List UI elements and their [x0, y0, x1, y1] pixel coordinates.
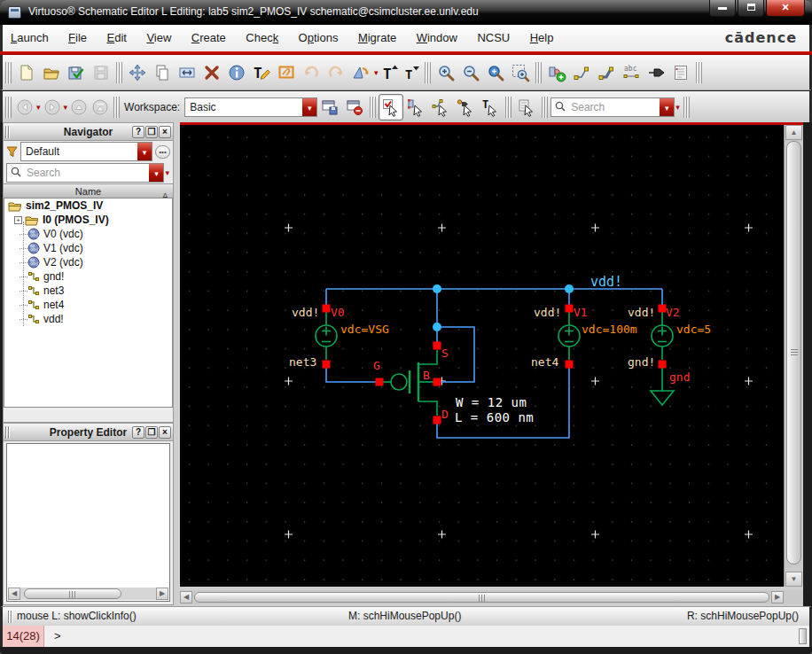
property-label-v1[interactable]: vdc=100m [582, 323, 637, 336]
select-mode-button[interactable] [379, 94, 403, 121]
pin-label-bulk[interactable]: B [423, 369, 430, 382]
top-hierarchy-button[interactable] [90, 94, 111, 121]
toolbar-grip[interactable] [505, 97, 511, 118]
toolbar-grip[interactable] [683, 97, 690, 118]
scrollbar-thumb[interactable] [786, 141, 801, 564]
rotate-button[interactable] [348, 59, 373, 86]
forward-history-dropdown[interactable]: ▾ [64, 103, 68, 112]
tree-item-net4[interactable]: net4 [4, 298, 172, 312]
tree-item-v0[interactable]: obj V0 (vdc) [4, 227, 172, 241]
close-button[interactable]: ✕ [766, 0, 805, 17]
menu-create[interactable]: Create [183, 25, 234, 51]
net-label-vdd-v2[interactable]: vdd! [628, 306, 655, 319]
close-panel-icon[interactable]: × [159, 426, 171, 439]
rotate-dropdown[interactable]: ▾ [374, 68, 379, 77]
toolbar-grip[interactable] [535, 62, 542, 83]
zoom-fit-button[interactable] [483, 59, 508, 86]
navigator-search-dropdown[interactable]: ▾ [149, 164, 163, 182]
navigator-search-combo[interactable]: ▾ [6, 163, 164, 183]
select-instance-button[interactable] [403, 94, 428, 121]
toolbar-grip[interactable] [370, 97, 376, 118]
tree-item-v1[interactable]: obj V1 (vdc) [4, 241, 172, 255]
query-select-button[interactable] [514, 94, 539, 121]
pin-label-gate[interactable]: G [373, 359, 380, 372]
property-label-v2[interactable]: vdc=5 [676, 323, 711, 336]
open-cellview-button[interactable] [39, 59, 64, 86]
net-label-net3[interactable]: net3 [289, 355, 316, 369]
up-hierarchy-button[interactable] [68, 94, 90, 121]
property-label-v0[interactable]: vdc=VSG [340, 323, 389, 336]
toolbar-grip[interactable] [116, 62, 122, 83]
canvas-hscrollbar[interactable]: ◀ ▶ [180, 590, 784, 604]
pin-v1-plus[interactable] [566, 305, 574, 313]
annotation-width[interactable]: W = 12 um [456, 395, 527, 409]
tree-item-net3[interactable]: net3 [4, 284, 172, 298]
help-icon[interactable]: ? [132, 126, 144, 138]
stretch-button[interactable] [175, 59, 199, 86]
navigator-filter-dropdown[interactable]: ▾ [137, 143, 152, 160]
toolbar-search-dropdown[interactable]: ▾ [660, 98, 674, 116]
toolbar-grip[interactable] [696, 62, 702, 83]
tree-item-vdd[interactable]: vdd! [4, 312, 172, 326]
query-properties-button[interactable] [224, 59, 249, 86]
back-button[interactable] [14, 94, 35, 121]
schematic-canvas[interactable]: vdd! net3 vdd! net4 vdd! gnd! V0 V1 V2 g… [180, 125, 784, 587]
tree-expander-icon[interactable]: + [14, 216, 22, 224]
annotation-length[interactable]: L = 600 nm [455, 410, 534, 424]
close-panel-icon[interactable]: × [159, 126, 171, 138]
delete-button[interactable] [199, 59, 224, 86]
new-cellview-button[interactable] [14, 59, 39, 86]
scroll-right-icon[interactable]: ▶ [156, 588, 168, 600]
pin-v0-plus[interactable] [323, 305, 331, 313]
pin-drain[interactable] [433, 417, 441, 424]
net-label-gnd[interactable]: gnd! [628, 355, 655, 369]
select-wire-button[interactable] [428, 94, 453, 121]
forward-button[interactable] [42, 94, 63, 121]
float-panel-icon[interactable]: ❐ [145, 126, 158, 138]
tree-item-i0-pmos-iv[interactable]: + I0 (PMOS_IV) [4, 213, 172, 227]
revert-workspace-button[interactable] [342, 94, 367, 121]
menu-launch[interactable]: Launch [3, 25, 57, 51]
copy-button[interactable] [150, 59, 175, 86]
pin-source[interactable] [433, 342, 441, 350]
menu-check[interactable]: Check [238, 25, 286, 51]
net-label-net4[interactable]: net4 [531, 355, 558, 369]
descend-edit-button[interactable] [274, 59, 299, 86]
navigator-search-input[interactable] [24, 167, 149, 179]
panel-grip[interactable] [5, 426, 11, 439]
navigator-column-header[interactable]: Name ▵ [4, 183, 173, 199]
menu-file[interactable]: File [60, 25, 95, 51]
solder-dot[interactable] [433, 323, 441, 331]
redo-button[interactable] [324, 59, 348, 86]
zoom-out-button[interactable] [458, 59, 483, 86]
menu-options[interactable]: Options [291, 25, 347, 51]
search-options-dropdown[interactable]: ▾ [675, 103, 680, 112]
ascend-button[interactable]: T [379, 59, 401, 86]
zoom-in-button[interactable] [433, 59, 458, 86]
solder-dot[interactable] [565, 284, 574, 293]
menu-ncsu[interactable]: NCSU [469, 25, 518, 51]
navigator-more-button[interactable]: ••• [155, 145, 170, 159]
net-label-vdd-v0[interactable]: vdd! [292, 306, 319, 319]
create-wire-name-button[interactable]: abc [619, 59, 644, 86]
navigator-search-options-dropdown[interactable]: ▾ [165, 168, 169, 177]
command-line[interactable]: 14(28) > [0, 626, 812, 647]
scroll-right-icon[interactable]: ▶ [771, 591, 784, 603]
save-workspace-button[interactable] [317, 94, 342, 121]
panel-grip[interactable] [5, 126, 11, 138]
scroll-up-icon[interactable]: ▲ [785, 125, 802, 140]
save-button[interactable] [89, 59, 113, 86]
toolbar-grip[interactable] [5, 97, 12, 118]
help-icon[interactable]: ? [132, 426, 144, 439]
instance-name-v1[interactable]: V1 [574, 306, 588, 319]
maximize-button[interactable] [738, 0, 764, 17]
net-label-vdd-v1[interactable]: vdd! [534, 306, 561, 319]
back-history-dropdown[interactable]: ▾ [36, 103, 41, 112]
create-note-button[interactable] [668, 59, 693, 86]
tree-item-v2[interactable]: obj V2 (vdc) [4, 255, 172, 269]
virtuoso-app-icon[interactable] [8, 6, 21, 19]
canvas-vscrollbar[interactable]: ▲ ▼ [784, 125, 803, 587]
zoom-to-selected-button[interactable] [508, 59, 533, 86]
check-and-save-button[interactable] [64, 59, 89, 86]
menu-view[interactable]: View [138, 25, 179, 51]
